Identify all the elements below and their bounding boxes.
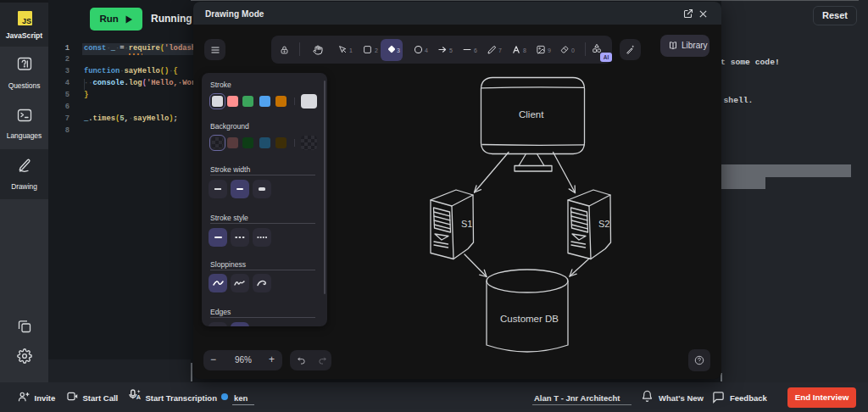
svg-text:Customer DB: Customer DB	[500, 314, 559, 324]
svg-text:S2: S2	[598, 219, 609, 229]
svg-text:A: A	[136, 393, 142, 401]
svg-text:S1: S1	[461, 219, 472, 229]
svg-text:Client: Client	[519, 109, 544, 120]
